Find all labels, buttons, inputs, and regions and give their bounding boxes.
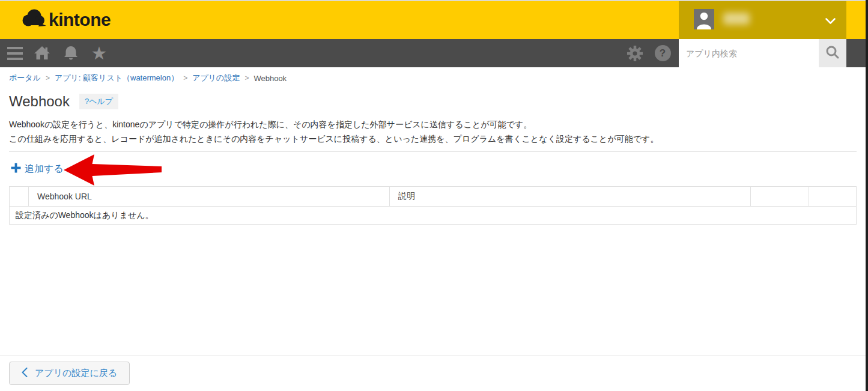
cloud-logo-icon: [21, 8, 46, 31]
description-line-2: この仕組みを応用すると、レコードが追加されたときにその内容をチャットサービスに投…: [9, 132, 658, 146]
column-header-blank: [10, 187, 29, 207]
section-divider: [9, 151, 857, 152]
logo-wordmark: kintone: [49, 10, 111, 30]
column-header-blank: [809, 187, 857, 207]
empty-state-message: 設定済みのWebhookはありません。: [10, 207, 857, 225]
question-mark: ?: [655, 45, 671, 61]
favorites-star-icon[interactable]: ★: [89, 39, 109, 67]
hamburger-menu-icon[interactable]: [6, 39, 24, 67]
page-description: Webhookの設定を行うと、kintoneのアプリで特定の操作が行われた際に、…: [9, 117, 658, 146]
kintone-logo[interactable]: kintone: [21, 8, 111, 31]
annotation-arrow-icon: [63, 154, 163, 189]
window-top-edge: [0, 0, 868, 1]
user-avatar: [694, 9, 714, 29]
app-search: [679, 39, 846, 67]
breadcrumb-portal[interactable]: ポータル: [9, 73, 41, 83]
breadcrumb-separator: >: [46, 74, 50, 82]
home-icon[interactable]: [32, 39, 52, 67]
breadcrumb-current: Webhook: [253, 74, 287, 83]
column-header-description: 説明: [390, 187, 751, 207]
add-webhook-button[interactable]: 追加する: [11, 163, 64, 175]
column-header-blank: [751, 187, 809, 207]
user-menu[interactable]: [679, 0, 846, 39]
chevron-down-icon: [825, 16, 836, 27]
gear-icon[interactable]: [625, 39, 645, 67]
breadcrumb-separator: >: [244, 74, 249, 82]
breadcrumb-app[interactable]: アプリ: 顧客リスト（watermelon）: [55, 73, 178, 83]
page-title: Webhook: [9, 93, 70, 110]
title-row: Webhook ?ヘルプ: [9, 93, 118, 110]
header-bar: kintone: [0, 0, 868, 39]
plus-icon: [11, 163, 21, 175]
webhook-table-empty-row: 設定済みのWebhookはありません。: [10, 207, 857, 225]
magnifier-icon: [825, 45, 840, 61]
help-link[interactable]: ?ヘルプ: [79, 94, 118, 109]
back-button-label: アプリの設定に戻る: [35, 368, 117, 379]
column-header-webhook-url: Webhook URL: [29, 187, 390, 207]
chevron-left-icon: [22, 368, 28, 379]
breadcrumb: ポータル > アプリ: 顧客リスト（watermelon） > アプリの設定 >…: [9, 73, 287, 83]
breadcrumb-separator: >: [183, 74, 187, 82]
help-icon[interactable]: ?: [652, 39, 673, 67]
window-right-edge: [866, 0, 868, 391]
notifications-bell-icon[interactable]: [62, 39, 80, 67]
webhook-table-header-row: Webhook URL 説明: [10, 187, 857, 207]
kintone-webhook-settings-page: kintone: [0, 0, 868, 391]
user-name-blurred: [723, 13, 750, 25]
footer-divider: [0, 356, 866, 356]
back-to-app-settings-button[interactable]: アプリの設定に戻る: [9, 362, 130, 385]
search-button[interactable]: [819, 39, 846, 67]
search-input[interactable]: [679, 39, 819, 67]
breadcrumb-app-settings[interactable]: アプリの設定: [192, 73, 240, 83]
description-line-1: Webhookの設定を行うと、kintoneのアプリで特定の操作が行われた際に、…: [9, 117, 658, 132]
webhook-table: Webhook URL 説明 設定済みのWebhookはありません。: [9, 186, 857, 225]
add-webhook-label: 追加する: [25, 163, 64, 175]
